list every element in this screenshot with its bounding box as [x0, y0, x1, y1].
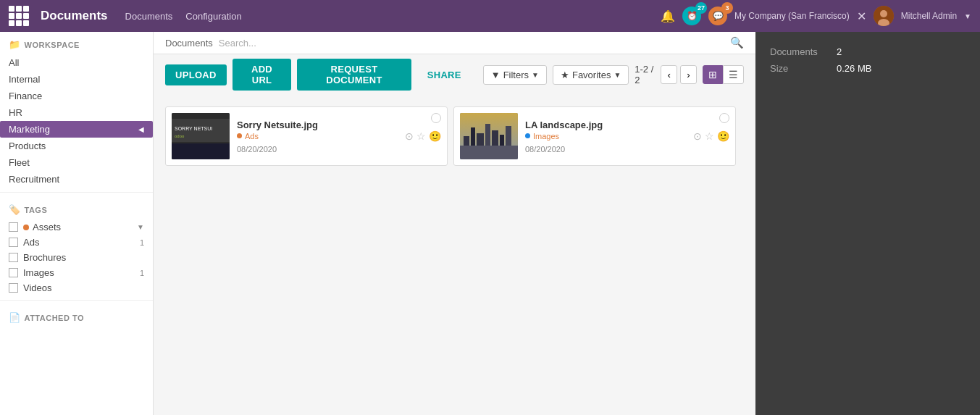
favorites-chevron-icon: ▼: [613, 71, 621, 79]
list-view-button[interactable]: ☰: [723, 65, 744, 84]
pager: 1-2 / 2 ‹ ›: [635, 64, 697, 85]
toolbar: UPLOAD ADD URL REQUEST DOCUMENT SHARE ▼ …: [154, 54, 755, 95]
doc-select-1[interactable]: [719, 113, 729, 123]
tag-images-checkbox[interactable]: [9, 268, 18, 277]
view-toggle: ⊞ ☰: [703, 65, 744, 84]
doc-share-icon-0[interactable]: ⊙: [405, 130, 414, 142]
marketing-chevron-icon: ◀: [138, 125, 144, 133]
doc-thumb-0: SORRY NETSUI odoo: [172, 113, 230, 159]
tag-ads-checkbox[interactable]: [9, 238, 18, 247]
filters-chevron-icon: ▼: [532, 71, 539, 79]
doc-emoji-icon-0[interactable]: 🙂: [429, 130, 441, 142]
doc-card-0[interactable]: SORRY NETSUI odoo Sorry Netsuite.jpg Ads…: [165, 106, 448, 166]
svg-text:SORRY NETSUI: SORRY NETSUI: [175, 126, 212, 131]
add-url-button[interactable]: ADD URL: [233, 59, 292, 91]
doc-card-1[interactable]: LA landscape.jpg Images 08/20/2020 ⊙ ☆ 🙂: [453, 106, 736, 166]
grid-view-button[interactable]: ⊞: [703, 65, 723, 84]
doc-actions-1: ⊙ ☆ 🙂: [693, 130, 729, 142]
doc-date-1: 08/20/2020: [525, 145, 686, 154]
doc-tag-dot-1: [525, 133, 530, 138]
doc-actions-0: ⊙ ☆ 🙂: [405, 130, 441, 142]
size-stat-label: Size: [770, 63, 828, 74]
doc-tag-dot-0: [237, 133, 242, 138]
sidebar: 📁 WORKSPACE All Internal Finance HR Mark…: [0, 32, 154, 415]
app-grid-icon[interactable]: [9, 6, 29, 26]
svg-point-1: [880, 10, 887, 17]
activity-badge: 27: [695, 2, 707, 14]
close-icon[interactable]: ✕: [857, 9, 866, 23]
favorites-button[interactable]: ★ Favorites ▼: [553, 65, 629, 85]
user-dropdown-icon[interactable]: ▼: [964, 12, 971, 20]
request-doc-button[interactable]: REQUEST DOCUMENT: [297, 59, 411, 91]
doc-thumb-1: [460, 113, 518, 159]
nav-configuration[interactable]: Configuration: [185, 11, 241, 22]
size-stat-value: 0.26 MB: [837, 63, 871, 74]
sidebar-nav-products[interactable]: Products: [0, 138, 153, 154]
docs-stat-value: 2: [837, 46, 842, 57]
doc-name-0: Sorry Netsuite.jpg: [237, 120, 398, 130]
user-name[interactable]: Mitchell Admin: [901, 11, 957, 21]
message-icon[interactable]: 💬 3: [708, 7, 727, 25]
avatar[interactable]: [874, 6, 894, 26]
topnav-right: 🔔 ⏰ 27 💬 3 My Company (San Francisco) ✕ …: [661, 6, 971, 26]
pager-prev[interactable]: ‹: [661, 65, 677, 84]
doc-star-icon-1[interactable]: ☆: [705, 130, 714, 142]
message-badge: 3: [721, 2, 733, 14]
pager-next[interactable]: ›: [680, 65, 697, 84]
topnav: Documents Documents Configuration 🔔 ⏰ 27…: [0, 0, 980, 32]
documents-grid: SORRY NETSUI odoo Sorry Netsuite.jpg Ads…: [154, 95, 755, 415]
tag-assets-checkbox[interactable]: [9, 222, 18, 232]
filter-icon: ▼: [491, 70, 501, 80]
breadcrumb: Documents: [165, 38, 213, 49]
app-title: Documents: [41, 9, 108, 23]
tag-videos-checkbox[interactable]: [9, 283, 18, 293]
doc-tag-1: Images: [525, 132, 686, 141]
size-stat: Size 0.26 MB: [770, 63, 966, 74]
upload-button[interactable]: UPLOAD: [165, 64, 227, 85]
sidebar-nav-internal[interactable]: Internal: [0, 71, 153, 88]
tag-icon: 🏷️: [9, 204, 21, 215]
sidebar-nav-fleet[interactable]: Fleet: [0, 154, 153, 171]
doc-info-0: Sorry Netsuite.jpg Ads 08/20/2020: [237, 120, 398, 154]
right-panel: Documents 2 Size 0.26 MB: [755, 32, 980, 415]
tag-brochures-checkbox[interactable]: [9, 253, 18, 262]
search-row: Documents 🔍: [154, 32, 755, 54]
doc-emoji-icon-1[interactable]: 🙂: [717, 130, 729, 142]
sidebar-nav-all[interactable]: All: [0, 54, 153, 71]
doc-tag-0: Ads: [237, 132, 398, 141]
sidebar-nav-finance[interactable]: Finance: [0, 88, 153, 104]
attach-icon: 📄: [9, 312, 21, 323]
tag-brochures[interactable]: Brochures: [0, 250, 153, 265]
doc-date-0: 08/20/2020: [237, 145, 398, 154]
doc-share-icon-1[interactable]: ⊙: [693, 130, 702, 142]
notification-bell[interactable]: 🔔: [661, 9, 675, 23]
docs-stat-label: Documents: [770, 46, 828, 57]
tag-assets[interactable]: Assets ▼: [0, 219, 153, 235]
svg-text:odoo: odoo: [175, 134, 185, 138]
topnav-links: Documents Configuration: [125, 11, 649, 22]
tag-videos[interactable]: Videos: [0, 280, 153, 295]
activity-icon[interactable]: ⏰ 27: [682, 7, 701, 25]
svg-rect-7: [172, 143, 230, 159]
tag-images[interactable]: Images 1: [0, 265, 153, 280]
doc-name-1: LA landscape.jpg: [525, 120, 686, 130]
app-body: 📁 WORKSPACE All Internal Finance HR Mark…: [0, 32, 980, 415]
filters-button[interactable]: ▼ Filters ▼: [483, 65, 547, 85]
share-button[interactable]: SHARE: [417, 64, 472, 85]
attached-label: 📄 ATTACHED TO: [0, 305, 153, 327]
tag-ads[interactable]: Ads 1: [0, 235, 153, 250]
sidebar-nav-recruitment[interactable]: Recruitment: [0, 171, 153, 188]
star-icon: ★: [561, 70, 569, 80]
company-selector[interactable]: My Company (San Francisco): [734, 11, 850, 21]
tags-label: 🏷️ TAGS: [0, 197, 153, 219]
folder-icon: 📁: [9, 39, 21, 50]
doc-select-0[interactable]: [431, 113, 441, 123]
sidebar-nav-marketing[interactable]: Marketing ◀: [0, 121, 153, 138]
assets-expand-icon[interactable]: ▼: [137, 223, 144, 231]
doc-star-icon-0[interactable]: ☆: [416, 130, 426, 142]
nav-documents[interactable]: Documents: [125, 11, 173, 22]
search-input[interactable]: [219, 38, 724, 49]
sidebar-nav-hr[interactable]: HR: [0, 104, 153, 121]
search-button[interactable]: 🔍: [730, 36, 744, 49]
doc-info-1: LA landscape.jpg Images 08/20/2020: [525, 120, 686, 154]
